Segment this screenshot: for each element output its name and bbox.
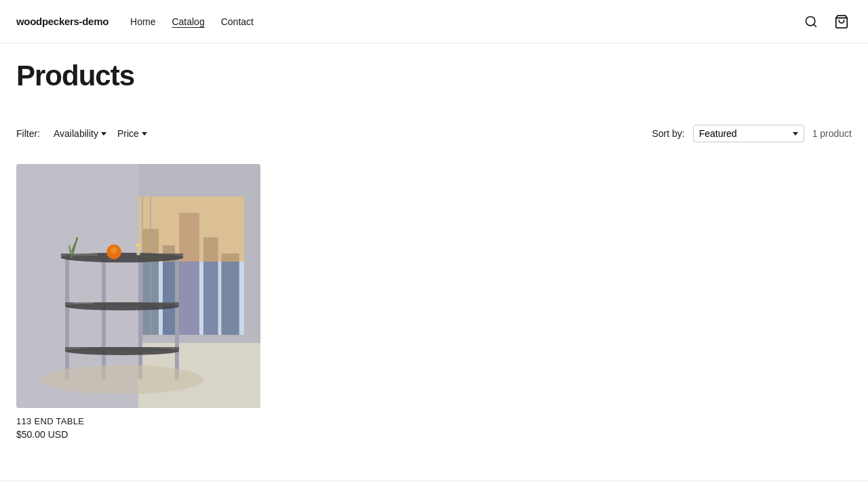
cart-button[interactable] — [831, 12, 852, 32]
cart-icon — [834, 14, 849, 29]
sort-select[interactable]: Featured Price: Low to High Price: High … — [699, 128, 789, 139]
sort-chevron-icon — [793, 132, 798, 136]
product-image — [16, 164, 260, 408]
product-grid: 113 END TABLE $50.00 USD — [16, 164, 260, 440]
header-left: woodpeckers-demo Home Catalog Contact — [16, 16, 254, 27]
svg-rect-33 — [73, 253, 98, 256]
sort-label: Sort by: — [652, 128, 684, 139]
main-content: Products Filter: Availability Price Sort… — [0, 43, 868, 481]
product-count: 1 product — [812, 128, 852, 139]
filter-label: Filter: — [16, 128, 40, 139]
search-icon — [804, 15, 818, 28]
svg-point-32 — [41, 365, 203, 394]
availability-label: Availability — [54, 128, 98, 139]
header-right — [802, 12, 852, 32]
svg-rect-24 — [65, 347, 179, 351]
svg-rect-17 — [138, 253, 142, 380]
price-filter[interactable]: Price — [117, 125, 147, 142]
svg-rect-34 — [73, 302, 94, 304]
product-card[interactable]: 113 END TABLE $50.00 USD — [16, 164, 260, 440]
svg-point-28 — [136, 244, 140, 247]
site-logo[interactable]: woodpeckers-demo — [16, 16, 108, 27]
svg-rect-15 — [65, 253, 69, 380]
filter-right: Sort by: Featured Price: Low to High Pri… — [652, 125, 852, 142]
filter-left: Filter: Availability Price — [16, 125, 147, 142]
availability-chevron-icon — [101, 132, 106, 136]
product-image-wrapper — [16, 164, 260, 408]
nav-catalog[interactable]: Catalog — [172, 16, 204, 27]
sort-select-wrapper[interactable]: Featured Price: Low to High Price: High … — [693, 125, 804, 142]
svg-rect-10 — [221, 253, 239, 335]
search-button[interactable] — [802, 12, 821, 31]
svg-rect-18 — [175, 253, 179, 380]
site-header: woodpeckers-demo Home Catalog Contact — [0, 0, 868, 43]
svg-point-26 — [111, 247, 117, 253]
svg-line-1 — [814, 24, 816, 26]
nav-home[interactable]: Home — [130, 16, 155, 27]
price-label: Price — [117, 128, 139, 139]
site-footer: Quick links Search Info Search Our missi… — [0, 481, 868, 488]
nav-contact[interactable]: Contact — [221, 16, 254, 27]
svg-rect-11 — [138, 197, 244, 262]
page-title: Products — [16, 60, 852, 92]
availability-filter[interactable]: Availability — [54, 125, 106, 142]
filter-bar: Filter: Availability Price Sort by: Feat… — [16, 125, 852, 142]
product-name: 113 END TABLE — [16, 416, 260, 426]
main-nav: Home Catalog Contact — [130, 16, 254, 27]
svg-rect-16 — [102, 253, 106, 380]
price-chevron-icon — [142, 132, 147, 136]
product-price: $50.00 USD — [16, 429, 260, 440]
